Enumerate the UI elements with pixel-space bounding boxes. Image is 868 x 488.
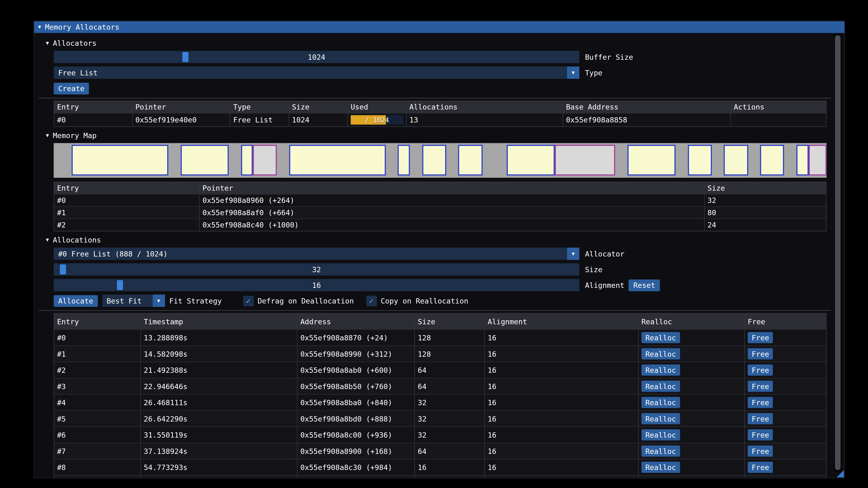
cell-timestamp: 55.693985s bbox=[141, 476, 298, 479]
cell-alignment: 16 bbox=[485, 443, 639, 459]
copy-checkbox[interactable]: ✓ bbox=[366, 295, 377, 306]
tree-node-allocators[interactable]: ▼ Allocators bbox=[46, 38, 831, 48]
realloc-button[interactable]: Realloc bbox=[642, 381, 680, 392]
buffer-size-slider[interactable]: 1024 bbox=[54, 51, 579, 63]
tree-arrow-icon: ▼ bbox=[46, 237, 49, 242]
fit-strategy-combo[interactable]: Best Fit ▼ bbox=[102, 295, 165, 307]
table-row: #526.642290s0x55ef908a8bd0 (+888)3216Rea… bbox=[54, 410, 826, 427]
cell-alignment: 16 bbox=[485, 476, 639, 479]
cell-address: 0x55ef908a8870 (+24) bbox=[298, 330, 415, 346]
size-label: Size bbox=[585, 265, 602, 274]
collapse-arrow-icon[interactable]: ▼ bbox=[38, 25, 41, 30]
memory-map-table: EntryPointerSize #00x55ef908a8960 (+264)… bbox=[54, 182, 827, 231]
free-button[interactable]: Free bbox=[748, 364, 773, 376]
column-header-realloc: Realloc bbox=[639, 314, 745, 329]
reset-button[interactable]: Reset bbox=[629, 279, 660, 291]
column-header-size: Size bbox=[705, 182, 826, 194]
copy-checkbox-group: ✓ Copy on Reallocation bbox=[366, 295, 468, 306]
realloc-button[interactable]: Realloc bbox=[642, 462, 680, 473]
column-header-actions: Actions bbox=[731, 101, 826, 113]
defrag-checkbox-label: Defrag on Deallocation bbox=[257, 296, 354, 305]
cell-address: 0x55ef908a8990 (+312) bbox=[298, 346, 415, 362]
cell-realloc: Realloc bbox=[639, 346, 745, 362]
cell-size: 32 bbox=[415, 427, 485, 443]
cell-entry: #2 bbox=[54, 219, 199, 231]
cell-entry: #4 bbox=[54, 395, 141, 410]
size-slider[interactable]: 32 bbox=[54, 263, 579, 275]
slider-grab[interactable] bbox=[60, 264, 66, 274]
alignment-slider[interactable]: 16 bbox=[54, 279, 579, 291]
cell-free: Free bbox=[745, 476, 826, 479]
table-row: #955.693985s0x55ef908a8950 (+248)1616Rea… bbox=[54, 475, 826, 479]
defrag-checkbox[interactable]: ✓ bbox=[243, 295, 254, 306]
cell-timestamp: 14.582098s bbox=[141, 346, 298, 362]
scrollbar-thumb[interactable] bbox=[835, 35, 840, 470]
create-row: Create bbox=[54, 82, 831, 94]
free-button[interactable]: Free bbox=[748, 332, 773, 343]
cell-size: 32 bbox=[415, 395, 485, 410]
cell-entry: #7 bbox=[54, 443, 141, 459]
realloc-button[interactable]: Realloc bbox=[642, 413, 680, 424]
tree-node-allocations[interactable]: ▼ Allocations bbox=[46, 235, 831, 245]
column-header-entry: Entry bbox=[54, 101, 132, 113]
type-combo[interactable]: Free List ▼ bbox=[54, 66, 579, 79]
allocator-label: Allocator bbox=[585, 250, 624, 258]
table-row: #10x55ef908a8af0 (+664)80 bbox=[54, 206, 826, 219]
free-button[interactable]: Free bbox=[748, 446, 773, 457]
realloc-button[interactable]: Realloc bbox=[642, 332, 680, 343]
slider-grab[interactable] bbox=[182, 52, 189, 62]
create-button[interactable]: Create bbox=[54, 83, 89, 94]
cell-alignment: 16 bbox=[485, 346, 639, 362]
cell-alignment: 16 bbox=[485, 395, 639, 410]
cell-free: Free bbox=[745, 427, 826, 443]
column-header-entry: Entry bbox=[54, 314, 141, 329]
memory-block-used bbox=[289, 145, 386, 175]
memory-map-table-body: #00x55ef908a8960 (+264)32#10x55ef908a8af… bbox=[54, 194, 826, 231]
cell-timestamp: 54.773293s bbox=[141, 459, 298, 475]
realloc-button[interactable]: Realloc bbox=[642, 364, 680, 376]
dropdown-arrow-icon[interactable]: ▼ bbox=[567, 66, 579, 79]
free-button[interactable]: Free bbox=[748, 413, 773, 424]
free-button[interactable]: Free bbox=[748, 381, 773, 392]
cell-address: 0x55ef908a8ab0 (+600) bbox=[298, 362, 415, 378]
memory-block-used bbox=[724, 145, 748, 175]
realloc-button[interactable]: Realloc bbox=[642, 348, 680, 359]
realloc-button[interactable]: Realloc bbox=[642, 429, 680, 441]
realloc-button[interactable]: Realloc bbox=[642, 478, 680, 479]
cell-address: 0x55ef908a8b50 (+760) bbox=[298, 379, 415, 394]
table-row: #013.288898s0x55ef908a8870 (+24)12816Rea… bbox=[54, 329, 826, 346]
slider-grab[interactable] bbox=[117, 280, 123, 290]
vertical-scrollbar[interactable] bbox=[834, 34, 842, 472]
free-button[interactable]: Free bbox=[748, 429, 773, 441]
memory-block-used bbox=[760, 145, 784, 175]
cell-entry: #1 bbox=[54, 346, 141, 362]
free-button[interactable]: Free bbox=[748, 397, 773, 408]
table-row: #631.550119s0x55ef908a8c00 (+936)3216Rea… bbox=[54, 427, 826, 443]
dropdown-arrow-icon[interactable]: ▼ bbox=[567, 248, 579, 260]
realloc-button[interactable]: Realloc bbox=[642, 446, 680, 457]
cell-entry: #5 bbox=[54, 411, 141, 427]
free-button[interactable]: Free bbox=[748, 478, 773, 479]
cell-allocations: 13 bbox=[407, 113, 563, 126]
cell-timestamp: 21.492388s bbox=[141, 362, 298, 378]
allocate-button[interactable]: Allocate bbox=[54, 295, 97, 306]
cell-realloc: Realloc bbox=[639, 411, 745, 427]
table-row: #322.946646s0x55ef908a8b50 (+760)6416Rea… bbox=[54, 378, 826, 394]
tree-node-memory-map[interactable]: ▼ Memory Map bbox=[46, 130, 831, 140]
cell-pointer: 0x55ef908a8c40 (+1000) bbox=[199, 219, 705, 231]
cell-realloc: Realloc bbox=[639, 443, 745, 459]
free-button[interactable]: Free bbox=[748, 348, 773, 359]
realloc-button[interactable]: Realloc bbox=[642, 397, 680, 408]
allocator-combo[interactable]: #0 Free List (888 / 1024) ▼ bbox=[54, 248, 579, 260]
cell-realloc: Realloc bbox=[639, 395, 745, 410]
progress-overlay: / 1024 bbox=[351, 115, 403, 125]
title-bar[interactable]: ▼ Memory Allocators bbox=[34, 21, 844, 33]
free-button[interactable]: Free bbox=[748, 462, 773, 473]
dropdown-arrow-icon[interactable]: ▼ bbox=[152, 295, 165, 307]
cell-free: Free bbox=[745, 362, 826, 378]
table-row: #426.468111s0x55ef908a8ba0 (+840)3216Rea… bbox=[54, 394, 826, 410]
memory-allocators-window: ▼ Memory Allocators ▼ Allocators 1024 Bu… bbox=[33, 21, 845, 479]
resize-grip[interactable] bbox=[837, 470, 844, 477]
column-header-type: Type bbox=[230, 101, 289, 113]
cell-realloc: Realloc bbox=[639, 427, 745, 443]
